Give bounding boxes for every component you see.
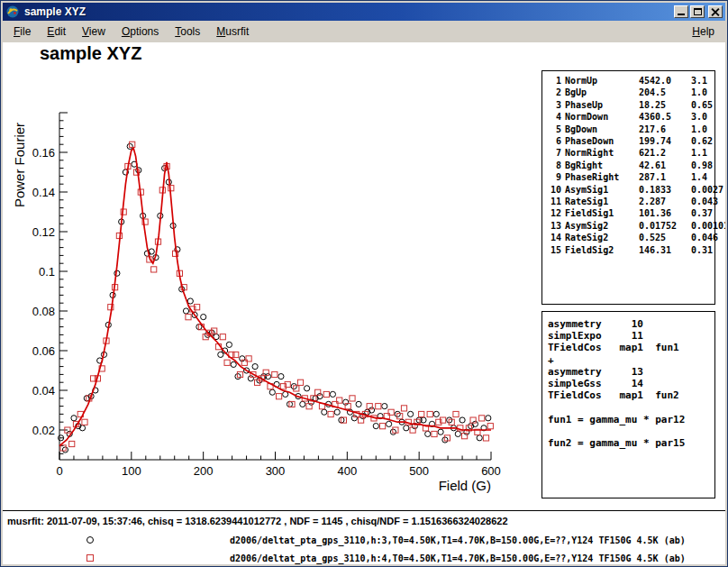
legend-label: d2006/deltat_pta_gps_3110,h:3,T0=4.50K,T…	[230, 535, 686, 545]
minimize-icon	[678, 14, 685, 15]
parameter-row: 6PhaseDown199.740.62	[547, 135, 714, 147]
parameter-row: 11RateSig12.2870.043	[547, 196, 714, 207]
menu-file[interactable]: File	[5, 22, 39, 41]
svg-text:0.14: 0.14	[32, 186, 55, 199]
menu-tools[interactable]: Tools	[167, 22, 208, 41]
x-axis: 0100200300400500600Field (G)	[56, 452, 500, 493]
square-marker-icon	[86, 554, 94, 562]
theory-line: TFieldCos map1 fun1	[548, 342, 714, 353]
minimize-button[interactable]	[674, 5, 688, 18]
svg-text:100: 100	[122, 464, 141, 478]
svg-text:200: 200	[194, 464, 214, 478]
theory-line	[548, 401, 714, 413]
legend-label: d2006/deltat_pta_gps_3110,h:4,T0=4.50K,T…	[230, 553, 686, 563]
parameter-row: 7NormRight621.21.1	[547, 147, 714, 159]
window-title: sample XYZ	[24, 5, 674, 18]
theory-line: TFieldCos map1 fun2	[548, 389, 714, 401]
menu-options[interactable]: Options	[114, 22, 167, 41]
circle-marker-icon	[86, 536, 94, 544]
root-canvas[interactable]: sample XYZ 0100200300400500600Field (G)0…	[3, 42, 725, 564]
parameter-row: 3PhaseUp18.250.65	[547, 99, 714, 111]
svg-text:Power Fourier: Power Fourier	[12, 123, 27, 207]
app-icon	[5, 5, 20, 19]
parameter-row: 5BgDown217.61.0	[547, 123, 714, 135]
theory-line: simpleGss 14	[548, 378, 714, 389]
parameter-row: 2BgUp204.51.0	[547, 87, 714, 98]
parameter-row: 13AsymSig20.017520.00101	[547, 220, 714, 232]
window-controls	[674, 5, 723, 18]
parameter-row: 4NormDown4360.53.0	[547, 111, 714, 123]
theory-line: asymmetry 10	[548, 318, 714, 330]
theory-line	[548, 425, 714, 437]
parameter-row: 9PhaseRight287.11.4	[547, 171, 714, 183]
titlebar[interactable]: sample XYZ	[3, 3, 725, 21]
theory-line: fun2 = gamma_mu * par15	[548, 437, 714, 449]
menu-help[interactable]: Help	[684, 22, 723, 41]
svg-text:0.16: 0.16	[32, 146, 55, 160]
legend: d2006/deltat_pta_gps_3110,h:3,T0=4.50K,T…	[3, 531, 725, 564]
maximize-icon	[694, 8, 702, 15]
svg-text:0.04: 0.04	[32, 384, 55, 398]
parameter-row: 10AsymSig10.18330.0027	[547, 184, 714, 196]
app-window: sample XYZ FileEditViewOptionsToolsMusrf…	[0, 0, 728, 567]
svg-text:600: 600	[481, 464, 501, 478]
info-pane: musrfit: 2011-07-09, 15:37:46, chisq = 1…	[3, 510, 725, 564]
theory-box: asymmetry 10simplExpo 11TFieldCos map1 f…	[541, 311, 715, 498]
svg-text:400: 400	[337, 464, 357, 478]
menu-left-group: FileEditViewOptionsToolsMusrfit	[5, 21, 257, 42]
maximize-button[interactable]	[690, 5, 705, 18]
svg-text:0.12: 0.12	[32, 225, 55, 239]
parameter-row: 14RateSig20.5250.046	[547, 232, 714, 243]
menubar: FileEditViewOptionsToolsMusrfit Help	[3, 21, 725, 42]
svg-text:0.02: 0.02	[32, 424, 55, 437]
svg-text:0.08: 0.08	[32, 305, 55, 318]
series-h3-circles	[59, 143, 491, 453]
close-button[interactable]	[708, 5, 723, 18]
theory-line: simplExpo 11	[548, 330, 714, 342]
parameter-row: 1NormUp4542.03.1	[547, 75, 714, 87]
legend-row: d2006/deltat_pta_gps_3110,h:3,T0=4.50K,T…	[3, 531, 725, 549]
parameter-row: 8BgRight42.610.98	[547, 160, 714, 171]
svg-text:0.1: 0.1	[39, 265, 55, 279]
svg-text:0.06: 0.06	[32, 344, 55, 358]
parameter-box: 1NormUp4542.03.12BgUp204.51.03PhaseUp18.…	[541, 70, 715, 305]
menu-view[interactable]: View	[74, 22, 114, 41]
fit-status-line: musrfit: 2011-07-09, 15:37:46, chisq = 1…	[7, 516, 508, 526]
theory-line: asymmetry 13	[548, 366, 714, 378]
fit-curve	[59, 149, 491, 446]
parameter-row: 12FieldSig1101.360.37	[547, 207, 714, 219]
svg-text:Field (G): Field (G)	[439, 478, 491, 493]
fourier-plot: 0100200300400500600Field (G)0.020.040.06…	[3, 42, 543, 504]
svg-text:500: 500	[409, 464, 429, 478]
legend-row: d2006/deltat_pta_gps_3110,h:4,T0=4.50K,T…	[3, 549, 725, 564]
theory-line: fun1 = gamma_mu * par12	[548, 414, 714, 425]
menu-musrfit[interactable]: Musrfit	[208, 22, 257, 41]
menu-edit[interactable]: Edit	[39, 22, 74, 41]
y-axis: 0.020.040.060.080.10.120.140.16Power Fou…	[12, 113, 68, 460]
svg-text:300: 300	[266, 464, 286, 478]
parameter-row: 15FieldSig2146.310.31	[547, 244, 714, 256]
menu-right-group: Help	[684, 21, 723, 42]
theory-line: +	[548, 354, 714, 366]
svg-text:0: 0	[56, 464, 62, 478]
close-icon	[711, 8, 720, 16]
